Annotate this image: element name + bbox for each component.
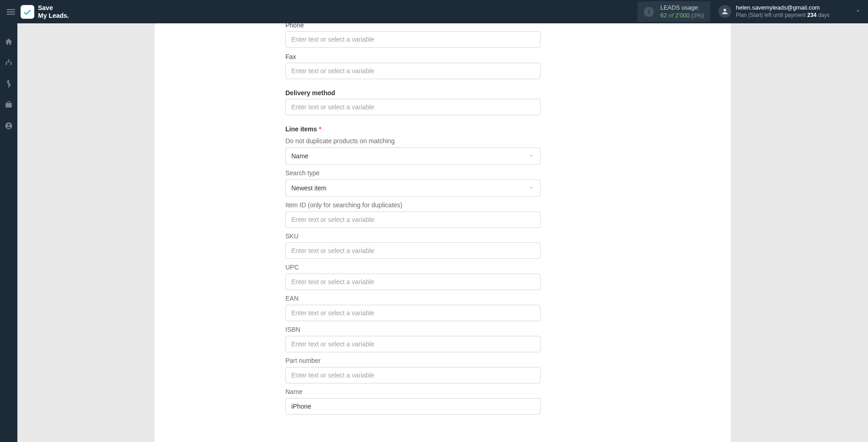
fax-input[interactable] [285,63,541,79]
svg-point-6 [8,124,10,126]
line-items-label: Line items * [285,125,541,133]
sidebar-item-profile[interactable] [4,121,13,130]
delivery-method-input[interactable] [285,99,541,115]
svg-rect-4 [5,103,12,108]
name-input[interactable] [285,398,541,415]
name-label: Name [285,388,541,395]
sidebar-item-billing[interactable] [4,79,13,88]
sidebar-item-connections[interactable] [4,58,13,67]
do-not-duplicate-label: Do not duplicate products on matching [285,137,541,145]
account-plan: Plan |Start| left until payment 234 days [736,12,830,19]
menu-toggle-button[interactable] [7,9,15,15]
info-icon: i [644,7,654,17]
user-avatar-icon [718,5,731,18]
fax-label: Fax [285,53,541,60]
usage-count: 62 of 2'000 (3%) [660,12,704,20]
item-id-label: Item ID (only for searching for duplicat… [285,201,541,209]
part-number-label: Part number [285,357,541,364]
duplicate-matching-select[interactable]: Name [285,147,541,165]
item-id-input[interactable] [285,211,541,228]
isbn-label: ISBN [285,326,541,333]
search-type-label: Search type [285,169,541,177]
search-type-select[interactable]: Newest item [285,179,541,197]
logo-check-icon [21,5,34,19]
svg-rect-3 [11,64,12,65]
leads-usage-box[interactable]: i LEADS usage: 62 of 2'000 (3%) [638,1,710,22]
app-header: Save My Leads. i LEADS usage: 62 of 2'00… [0,0,868,23]
phone-input[interactable] [285,31,541,48]
logo-text: Save My Leads. [38,4,69,20]
ean-input[interactable] [285,305,541,321]
sku-input[interactable] [285,243,541,259]
upc-input[interactable] [285,274,541,290]
isbn-input[interactable] [285,336,541,352]
sidebar-nav [0,23,17,442]
sidebar-item-home[interactable] [4,37,13,46]
sku-label: SKU [285,232,541,240]
upc-label: UPC [285,264,541,271]
svg-rect-2 [5,64,7,65]
content-area: Phone Fax Delivery method Line items * D… [17,23,868,442]
part-number-input[interactable] [285,367,541,383]
delivery-method-label: Delivery method [285,89,541,97]
account-email: helen.savemyleads@gmail.com [736,4,830,12]
app-logo[interactable]: Save My Leads. [21,4,69,20]
svg-rect-1 [8,59,10,61]
usage-label: LEADS usage: [660,4,704,12]
account-menu[interactable]: helen.savemyleads@gmail.com Plan |Start|… [718,4,830,19]
form-panel: Phone Fax Delivery method Line items * D… [155,23,731,442]
ean-label: EAN [285,295,541,302]
sidebar-item-briefcase[interactable] [4,100,13,109]
account-caret-button[interactable] [855,8,861,16]
svg-point-0 [723,9,726,11]
